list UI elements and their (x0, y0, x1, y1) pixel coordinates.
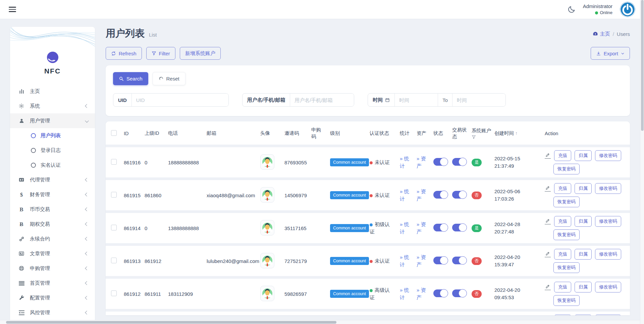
sidebar-item-perpetual-contract[interactable]: 永续合约 (10, 231, 95, 246)
header-created[interactable]: 创建时间↑ (494, 130, 537, 137)
add-system-account-button[interactable]: 新增系统账户 (180, 47, 221, 60)
stats-link[interactable]: » 统计 (400, 254, 413, 269)
sidebar-item-home[interactable]: 主页 (10, 84, 95, 99)
time-to-input[interactable] (452, 94, 505, 106)
status-toggle[interactable] (433, 191, 447, 199)
horizontal-scrollbar-thumb[interactable] (6, 321, 336, 324)
recharge-button[interactable]: 充值 (554, 183, 571, 194)
avatar-thumbnail[interactable] (260, 154, 274, 170)
time-from-input[interactable] (395, 94, 438, 106)
recharge-button[interactable]: 充值 (554, 249, 571, 260)
sidebar-item-subscription-management[interactable]: 申购管理 (10, 261, 95, 276)
row-checkbox[interactable] (111, 290, 117, 296)
username-input[interactable] (290, 94, 354, 106)
trade-status-toggle[interactable] (452, 257, 466, 264)
refresh-button[interactable]: Refresh (106, 47, 142, 60)
trade-status-toggle[interactable] (452, 191, 466, 199)
assets-link[interactable]: » 资产 (417, 286, 430, 302)
cell-created-time: 2022-04-20 09:45:53 (494, 286, 537, 302)
edit-icon[interactable] (545, 284, 551, 290)
recharge-button[interactable]: 充值 (554, 315, 571, 315)
recharge-button[interactable]: 充值 (554, 282, 571, 292)
row-checkbox[interactable] (111, 159, 117, 165)
dark-mode-icon[interactable] (568, 5, 576, 13)
sidebar-item-coin-trading[interactable]: B 币币交易 (10, 202, 95, 217)
filter-button[interactable]: Filter (146, 47, 175, 60)
sidebar-item-finance-management[interactable]: $ 财务管理 (10, 187, 95, 202)
sidebar-item-article-management[interactable]: 文章管理 (10, 246, 95, 261)
breadcrumb-home-link[interactable]: 主页 (593, 31, 610, 37)
attribution-button[interactable]: 归属 (575, 183, 592, 194)
trade-status-toggle[interactable] (452, 158, 466, 166)
sidebar-subitem-real-name-auth[interactable]: 实名认证 (10, 158, 95, 172)
attribution-button[interactable]: 归属 (575, 216, 592, 227)
change-password-button[interactable]: 修改密码 (595, 282, 621, 292)
change-password-button[interactable]: 修改密码 (595, 150, 621, 161)
sidebar-item-agent-management[interactable]: 代理管理 (10, 172, 95, 187)
attribution-button[interactable]: 归属 (575, 249, 592, 260)
change-password-button[interactable]: 修改密码 (595, 216, 621, 227)
horizontal-scrollbar[interactable] (0, 320, 640, 324)
restore-password-button[interactable]: 恢复密码 (553, 229, 580, 240)
sidebar-subitem-user-list[interactable]: 用户列表 (10, 128, 95, 143)
avatar-thumbnail[interactable] (260, 187, 274, 203)
edit-icon[interactable] (545, 185, 551, 192)
status-toggle[interactable] (433, 257, 447, 264)
chain-link-icon (18, 236, 25, 242)
row-checkbox[interactable] (111, 258, 117, 263)
reset-button[interactable]: Reset (153, 72, 185, 85)
auth-status: 未认证 (370, 192, 390, 199)
edit-icon[interactable] (545, 251, 551, 257)
row-checkbox[interactable] (111, 225, 117, 230)
system-account-badge: 是 (472, 159, 482, 166)
sidebar-item-options-trading[interactable]: Ƀ 期权交易 (10, 217, 95, 231)
sidebar-item-config-management[interactable]: 配置管理 (10, 290, 95, 305)
assets-link[interactable]: » 资产 (417, 254, 430, 269)
menu-toggle-icon[interactable] (9, 5, 16, 13)
status-toggle[interactable] (433, 289, 447, 297)
restore-password-button[interactable]: 恢复密码 (553, 295, 580, 306)
filter-funnel-icon[interactable] (472, 135, 476, 139)
status-toggle[interactable] (433, 224, 447, 231)
sidebar-item-user-management[interactable]: 用户管理 (10, 113, 95, 128)
export-button[interactable]: Export (591, 47, 630, 60)
stats-link[interactable]: » 统计 (400, 155, 413, 170)
restore-password-button[interactable]: 恢复密码 (553, 164, 580, 174)
restore-password-button[interactable]: 恢复密码 (553, 197, 580, 207)
status-toggle[interactable] (433, 158, 447, 166)
trade-status-toggle[interactable] (452, 289, 466, 297)
radio-circle-icon (31, 163, 36, 168)
change-password-button[interactable]: 修改密码 (595, 183, 621, 194)
avatar-thumbnail[interactable] (260, 286, 274, 301)
assets-link[interactable]: » 资产 (417, 221, 430, 236)
recharge-button[interactable]: 充值 (554, 216, 571, 227)
edit-icon[interactable] (545, 153, 551, 159)
restore-password-button[interactable]: 恢复密码 (553, 262, 580, 273)
uid-input[interactable] (132, 94, 228, 106)
sidebar-item-system[interactable]: 系统 (10, 99, 95, 113)
avatar-thumbnail[interactable] (260, 253, 274, 268)
vertical-scrollbar[interactable] (640, 0, 644, 324)
sidebar-subitem-login-log[interactable]: 登录日志 (10, 143, 95, 158)
stats-link[interactable]: » 统计 (400, 188, 413, 203)
search-button[interactable]: Search (113, 72, 148, 85)
select-all-checkbox[interactable] (111, 130, 117, 136)
stats-link[interactable]: » 统计 (400, 286, 413, 302)
stats-link[interactable]: » 统计 (400, 221, 413, 236)
user-avatar[interactable] (620, 2, 635, 17)
avatar-thumbnail[interactable] (260, 220, 274, 235)
attribution-button[interactable]: 归属 (575, 282, 592, 292)
sidebar-item-homepage-management[interactable]: 首页管理 (10, 276, 95, 290)
assets-link[interactable]: » 资产 (417, 188, 430, 203)
trade-status-toggle[interactable] (452, 224, 466, 231)
assets-link[interactable]: » 资产 (417, 155, 430, 170)
edit-icon[interactable] (545, 218, 551, 224)
change-password-button[interactable]: 修改密码 (595, 315, 621, 315)
attribution-button[interactable]: 归属 (575, 315, 592, 315)
attribution-button[interactable]: 归属 (575, 150, 592, 161)
vertical-scrollbar-thumb[interactable] (641, 0, 644, 131)
change-password-button[interactable]: 修改密码 (595, 249, 621, 260)
row-checkbox[interactable] (111, 192, 117, 198)
recharge-button[interactable]: 充值 (554, 150, 571, 161)
sidebar-item-risk-management[interactable]: 风控管理 (10, 305, 95, 320)
